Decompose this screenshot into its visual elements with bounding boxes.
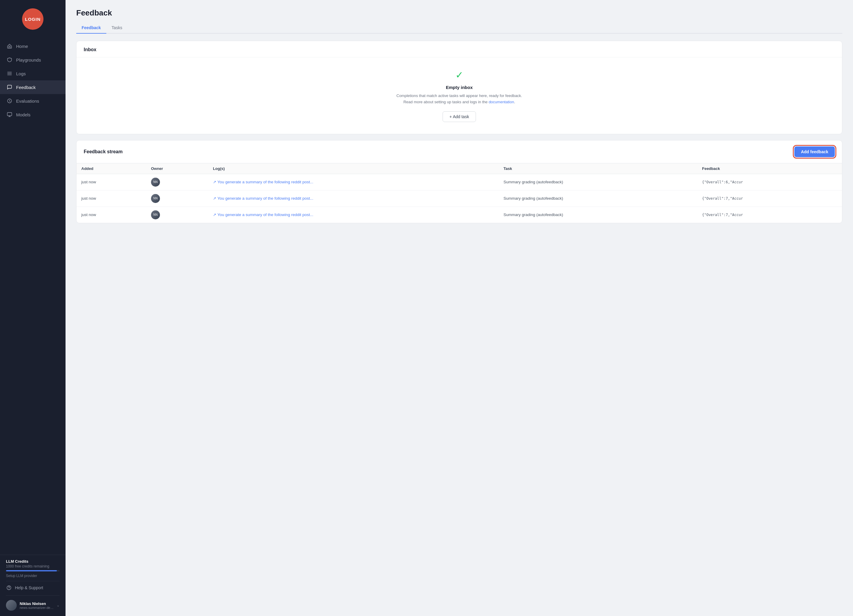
sidebar-item-feedback[interactable]: Feedback bbox=[0, 80, 65, 94]
sidebar-item-evaluations-label: Evaluations bbox=[16, 98, 39, 104]
log-link-1[interactable]: ↗You generate a summary of the following… bbox=[213, 196, 314, 201]
inbox-card: Inbox ✓ Empty inbox Completions that mat… bbox=[76, 41, 842, 134]
table-row[interactable]: just now NN ↗You generate a summary of t… bbox=[77, 174, 842, 190]
chevron-down-icon: ⌄ bbox=[56, 603, 59, 607]
cell-owner-0: NN bbox=[146, 174, 208, 190]
cell-feedback-2: {"Overall":7,"Accur bbox=[697, 207, 842, 223]
llm-credits: LLM Credits 1000 free credits remaining … bbox=[6, 559, 59, 578]
llm-credits-subtitle: 1000 free credits remaining bbox=[6, 564, 59, 568]
col-owner: Owner bbox=[146, 163, 208, 174]
tab-feedback[interactable]: Feedback bbox=[76, 22, 106, 33]
main-content: Feedback Feedback Tasks Inbox ✓ Empty in… bbox=[65, 0, 853, 616]
documentation-link[interactable]: documentation bbox=[489, 100, 514, 104]
svg-point-7 bbox=[7, 586, 11, 590]
user-name: Niklas Nielsen bbox=[20, 601, 54, 606]
user-project: news-summarizer-demo-01 bbox=[20, 606, 54, 610]
sidebar-item-home-label: Home bbox=[16, 44, 28, 49]
empty-inbox-title: Empty inbox bbox=[446, 85, 473, 90]
cell-owner-2: NN bbox=[146, 207, 208, 223]
table-row[interactable]: just now NN ↗You generate a summary of t… bbox=[77, 207, 842, 223]
home-icon bbox=[6, 43, 12, 49]
sidebar-nav: Home Playgrounds Logs bbox=[0, 37, 65, 555]
avatar bbox=[6, 600, 17, 611]
cell-added-0: just now bbox=[77, 174, 146, 190]
stream-header: Feedback stream Add feedback bbox=[77, 141, 842, 163]
help-icon bbox=[6, 585, 12, 591]
page-body: Inbox ✓ Empty inbox Completions that mat… bbox=[65, 33, 853, 230]
check-icon: ✓ bbox=[455, 69, 463, 81]
sidebar-item-models[interactable]: Models bbox=[0, 108, 65, 121]
sidebar-item-playgrounds-label: Playgrounds bbox=[16, 58, 41, 62]
logo-area: LOGIN bbox=[0, 0, 65, 37]
feedback-stream-card: Feedback stream Add feedback Added Owner… bbox=[76, 140, 842, 223]
credits-progress-fill bbox=[6, 570, 57, 571]
cell-task-1: Summary grading (autofeedback) bbox=[499, 190, 697, 207]
credits-progress-bar bbox=[6, 570, 59, 571]
logs-icon bbox=[6, 71, 12, 76]
empty-inbox-description: Completions that match active tasks will… bbox=[396, 93, 522, 105]
user-profile[interactable]: Niklas Nielsen news-summarizer-demo-01 ⌄ bbox=[6, 595, 59, 612]
sidebar-item-logs-label: Logs bbox=[16, 71, 26, 76]
table-row[interactable]: just now NN ↗You generate a summary of t… bbox=[77, 190, 842, 207]
cell-task-0: Summary grading (autofeedback) bbox=[499, 174, 697, 190]
sidebar: LOGIN Home Playgrounds bbox=[0, 0, 65, 616]
owner-avatar-0: NN bbox=[151, 178, 160, 186]
cell-feedback-1: {"Overall":7,"Accur bbox=[697, 190, 842, 207]
avatar-image bbox=[6, 600, 17, 611]
sidebar-item-logs[interactable]: Logs bbox=[0, 67, 65, 80]
cell-owner-1: NN bbox=[146, 190, 208, 207]
inbox-empty-state: ✓ Empty inbox Completions that match act… bbox=[77, 58, 842, 134]
cell-task-2: Summary grading (autofeedback) bbox=[499, 207, 697, 223]
playgrounds-icon bbox=[6, 57, 12, 63]
sidebar-bottom: LLM Credits 1000 free credits remaining … bbox=[0, 555, 65, 616]
empty-desc-part2: Read more about setting up tasks and log… bbox=[403, 100, 487, 104]
sidebar-item-home[interactable]: Home bbox=[0, 39, 65, 53]
log-link-2[interactable]: ↗You generate a summary of the following… bbox=[213, 212, 314, 217]
owner-avatar-2: NN bbox=[151, 210, 160, 219]
tabs: Feedback Tasks bbox=[76, 22, 842, 33]
cell-log-2[interactable]: ↗You generate a summary of the following… bbox=[208, 207, 499, 223]
sidebar-item-feedback-label: Feedback bbox=[16, 85, 36, 90]
help-support-label: Help & Support bbox=[15, 585, 43, 590]
cell-log-0[interactable]: ↗You generate a summary of the following… bbox=[208, 174, 499, 190]
col-logs: Log(s) bbox=[208, 163, 499, 174]
add-feedback-button[interactable]: Add feedback bbox=[794, 147, 835, 157]
cell-added-1: just now bbox=[77, 190, 146, 207]
cell-feedback-0: {"Overall":6,"Accur bbox=[697, 174, 842, 190]
stream-title: Feedback stream bbox=[84, 149, 123, 154]
sidebar-item-playgrounds[interactable]: Playgrounds bbox=[0, 53, 65, 67]
sidebar-item-evaluations[interactable]: Evaluations bbox=[0, 94, 65, 108]
inbox-header: Inbox bbox=[77, 41, 842, 58]
user-info: Niklas Nielsen news-summarizer-demo-01 bbox=[20, 601, 54, 610]
cell-added-2: just now bbox=[77, 207, 146, 223]
feedback-table-wrap: Added Owner Log(s) Task Feedback just no… bbox=[77, 163, 842, 223]
cell-log-1[interactable]: ↗You generate a summary of the following… bbox=[208, 190, 499, 207]
page-header: Feedback Feedback Tasks bbox=[65, 0, 853, 33]
logo[interactable]: LOGIN bbox=[22, 8, 44, 30]
setup-llm-link[interactable]: Setup LLM provider bbox=[6, 574, 59, 578]
models-icon bbox=[6, 112, 12, 118]
empty-desc-end: . bbox=[514, 100, 515, 104]
evaluations-icon bbox=[6, 98, 12, 104]
feedback-table: Added Owner Log(s) Task Feedback just no… bbox=[77, 163, 842, 223]
llm-credits-title: LLM Credits bbox=[6, 559, 59, 564]
log-link-0[interactable]: ↗You generate a summary of the following… bbox=[213, 180, 314, 184]
add-task-button[interactable]: + Add task bbox=[443, 111, 476, 122]
col-task: Task bbox=[499, 163, 697, 174]
sidebar-item-models-label: Models bbox=[16, 112, 30, 117]
page-title: Feedback bbox=[76, 8, 842, 18]
owner-avatar-1: NN bbox=[151, 194, 160, 203]
col-feedback: Feedback bbox=[697, 163, 842, 174]
logo-text: LOGIN bbox=[25, 17, 41, 22]
tab-tasks[interactable]: Tasks bbox=[106, 22, 128, 33]
col-added: Added bbox=[77, 163, 146, 174]
svg-rect-4 bbox=[8, 112, 12, 116]
help-support-item[interactable]: Help & Support bbox=[6, 581, 59, 594]
empty-desc-part1: Completions that match active tasks will… bbox=[396, 94, 522, 98]
feedback-icon bbox=[6, 84, 12, 90]
